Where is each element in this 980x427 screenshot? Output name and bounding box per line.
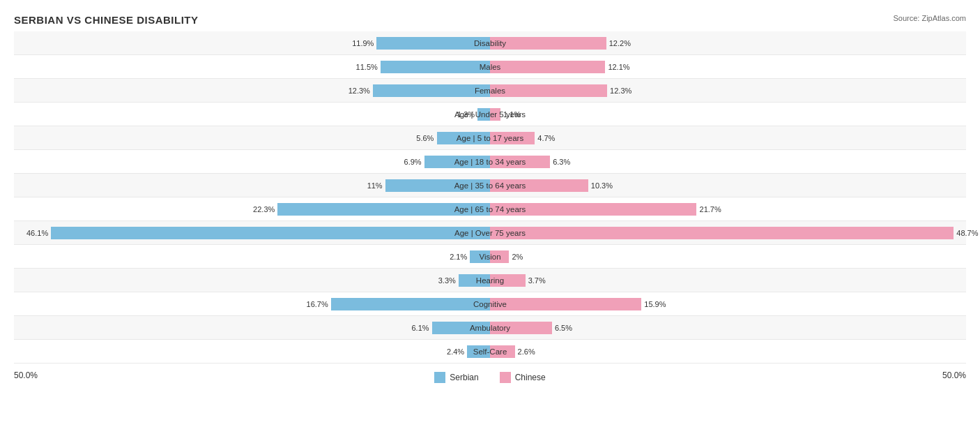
- legend-item-serbian: Serbian: [434, 372, 478, 383]
- chinese-bar: [490, 227, 954, 239]
- serbian-value: 5.6%: [416, 134, 434, 142]
- footer-row: 50.0% Serbian Chinese 50.0%: [14, 368, 966, 383]
- bar-row: Hearing3.3%3.7%: [14, 269, 966, 292]
- chinese-bar: [490, 37, 606, 50]
- chinese-label: Chinese: [515, 373, 546, 382]
- serbian-value: 22.3%: [253, 205, 275, 214]
- chinese-value: 2.6%: [518, 347, 535, 356]
- serbian-legend-box: [434, 372, 445, 383]
- serbian-value: 3.3%: [438, 276, 456, 285]
- bar-label: Age | Over 75 years: [454, 229, 526, 237]
- chinese-value: 6.3%: [553, 158, 570, 166]
- bar-label: Age | 35 to 64 years: [454, 181, 526, 190]
- chinese-value: 12.2%: [609, 39, 631, 47]
- serbian-bar: [331, 298, 490, 310]
- bar-label: Disability: [474, 39, 506, 47]
- chinese-value: 10.3%: [591, 181, 613, 190]
- bar-label: Self-Care: [473, 347, 507, 356]
- serbian-value: 6.1%: [412, 324, 429, 332]
- chinese-bar: [490, 298, 641, 310]
- serbian-value: 11%: [367, 181, 383, 190]
- chinese-legend-box: [500, 372, 511, 383]
- serbian-value: 2.1%: [450, 253, 467, 261]
- serbian-label: Serbian: [450, 373, 478, 382]
- chinese-value: 4.7%: [537, 134, 555, 142]
- bar-row: Age | 5 to 17 years5.6%4.7%: [14, 126, 966, 150]
- chinese-value: 15.9%: [644, 300, 666, 308]
- serbian-value: 16.7%: [307, 300, 328, 308]
- legend: Serbian Chinese: [434, 372, 545, 383]
- bar-label: Age | 65 to 74 years: [454, 205, 526, 214]
- bar-row: Age | Under 5 years1.3%1.1%: [14, 103, 966, 126]
- chinese-value: 6.5%: [555, 324, 572, 332]
- bar-row: Disability11.9%12.2%: [14, 31, 966, 55]
- chart-container: SERBIAN VS CHINESE DISABILITY Source: Zi…: [0, 7, 980, 404]
- serbian-bar: [381, 61, 490, 73]
- chinese-value: 48.7%: [956, 229, 978, 237]
- chart-area: Disability11.9%12.2%Males11.5%12.1%Femal…: [14, 31, 966, 364]
- bar-label: Ambulatory: [470, 324, 510, 332]
- bar-label: Age | 18 to 34 years: [454, 158, 526, 166]
- chinese-value: 2%: [512, 253, 523, 261]
- serbian-value: 11.9%: [352, 39, 374, 47]
- bar-row: Age | 35 to 64 years11%10.3%: [14, 174, 966, 197]
- footer-left: 50.0%: [14, 370, 38, 380]
- bar-label: Males: [480, 63, 501, 71]
- serbian-value: 12.3%: [349, 87, 370, 95]
- bar-row: Age | 65 to 74 years22.3%21.7%: [14, 197, 966, 221]
- source-text: Source: ZipAtlas.com: [893, 14, 966, 22]
- serbian-value: 6.9%: [404, 158, 422, 166]
- bar-row: Ambulatory6.1%6.5%: [14, 316, 966, 340]
- bar-row: Age | 18 to 34 years6.9%6.3%: [14, 150, 966, 174]
- chinese-value: 12.1%: [608, 63, 629, 71]
- bar-row: Vision2.1%2%: [14, 245, 966, 269]
- serbian-value: 46.1%: [26, 229, 48, 237]
- bar-label: Hearing: [476, 276, 504, 285]
- serbian-value: 2.4%: [447, 347, 464, 356]
- bar-row: Self-Care2.4%2.6%: [14, 340, 966, 364]
- chinese-bar: [490, 61, 605, 73]
- bar-row: Females12.3%12.3%: [14, 79, 966, 103]
- chinese-value: 12.3%: [610, 87, 631, 95]
- bar-label: Cognitive: [473, 300, 507, 308]
- chinese-value: 3.7%: [528, 276, 546, 285]
- bar-label: Age | Under 5 years: [454, 110, 526, 119]
- legend-item-chinese: Chinese: [500, 372, 546, 383]
- serbian-bar: [373, 84, 490, 97]
- bar-label: Vision: [479, 253, 500, 261]
- chinese-value: 21.7%: [700, 205, 721, 214]
- serbian-bar: [376, 37, 490, 50]
- bar-label: Females: [475, 87, 505, 95]
- bar-label: Age | 5 to 17 years: [457, 134, 523, 142]
- bar-row: Cognitive16.7%15.9%: [14, 292, 966, 316]
- footer-right: 50.0%: [942, 370, 966, 380]
- chart-title: SERBIAN VS CHINESE DISABILITY: [14, 14, 966, 26]
- chinese-bar: [490, 84, 607, 97]
- serbian-value: 11.5%: [356, 63, 378, 71]
- bar-row: Males11.5%12.1%: [14, 55, 966, 79]
- bar-row: Age | Over 75 years46.1%48.7%: [14, 221, 966, 245]
- serbian-bar: [51, 227, 490, 239]
